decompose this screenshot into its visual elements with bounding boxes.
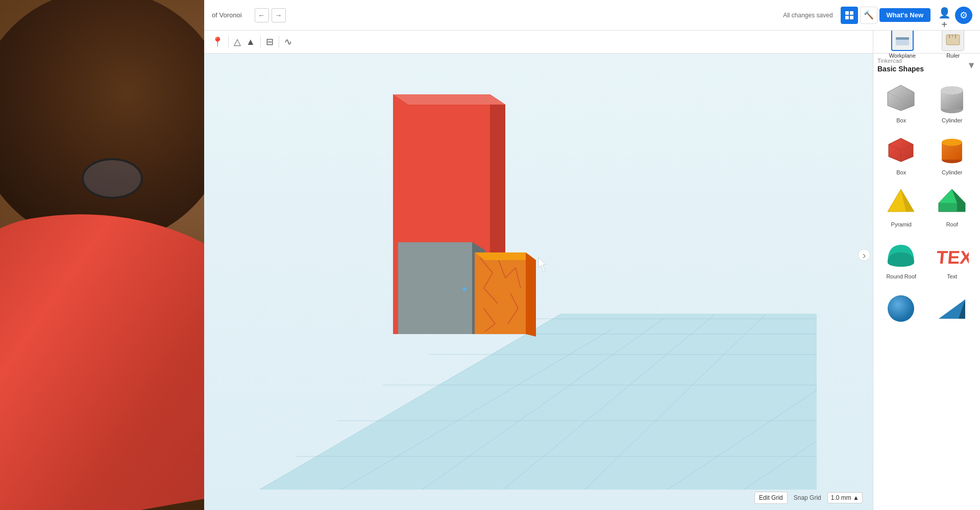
- shape-roof-green[interactable]: Roof: [928, 181, 976, 230]
- add-user-icon: 👤+: [938, 7, 951, 30]
- svg-line-60: [498, 258, 505, 278]
- pyramid-yellow-icon: [884, 184, 919, 219]
- cursor: [538, 258, 546, 272]
- shapes-section: Tinkercad Basic Shapes ▼: [873, 54, 980, 510]
- wood-block-top: [475, 252, 536, 260]
- svg-line-64: [485, 324, 495, 332]
- svg-line-59: [484, 288, 498, 303]
- edit-grid-button[interactable]: Edit Grid: [754, 492, 788, 504]
- shape-cylinder-gray[interactable]: Cylinder: [928, 77, 976, 126]
- box-red-icon: [884, 132, 919, 167]
- right-panel: Import Export Share Workplane: [873, 0, 980, 510]
- settings-icon: ⚙: [960, 10, 968, 21]
- tinkercad-area: of Voronoi ← → All changes saved 🔨 Wh: [204, 0, 980, 510]
- svg-line-43: [255, 314, 561, 490]
- svg-point-21: [941, 86, 963, 94]
- grid-view-button[interactable]: [841, 7, 858, 24]
- shape-wedge-blue[interactable]: [928, 285, 976, 328]
- cylinder-gray-svg: [936, 81, 969, 114]
- roof-green-label: Roof: [946, 221, 958, 227]
- blue-door-side: [472, 242, 485, 334]
- box-red-label: Box: [896, 169, 906, 175]
- sphere-blue-svg: [885, 289, 918, 322]
- shapes-header: Tinkercad Basic Shapes ▼: [877, 58, 976, 73]
- ruler-svg: [945, 32, 961, 47]
- box-gray-svg: [885, 81, 918, 114]
- svg-marker-42: [255, 314, 817, 490]
- shapes-grid: Box: [877, 77, 976, 328]
- cylinder-orange-label: Cylinder: [942, 169, 962, 175]
- shapes-title-group: Tinkercad Basic Shapes: [877, 58, 924, 73]
- wood-block-side: [526, 252, 536, 337]
- 3d-viewport[interactable]: Edit Grid Snap Grid 1.0 mm ▲: [204, 54, 873, 510]
- wave-icon[interactable]: ∿: [284, 36, 292, 47]
- person-glasses: [82, 158, 143, 199]
- round-roof-svg: [885, 237, 918, 270]
- svg-line-44: [337, 329, 612, 490]
- wedge-blue-icon: [934, 288, 970, 323]
- roof-green-svg: [936, 185, 969, 218]
- shape-cylinder-orange[interactable]: Cylinder: [928, 129, 976, 178]
- triangle-icon[interactable]: △: [234, 36, 241, 47]
- text-red-label: Text: [947, 273, 957, 279]
- snap-grid-label: Snap Grid: [794, 494, 821, 501]
- svg-line-61: [505, 268, 516, 278]
- workplane-svg: [895, 32, 910, 47]
- wood-block: [475, 252, 526, 334]
- box-gray-icon: [884, 80, 919, 115]
- secondary-toolbar: 📍 △ ▲ ⊟ ∿: [204, 31, 873, 54]
- shape-sphere-blue[interactable]: [877, 285, 925, 328]
- grid-icon: [845, 11, 854, 20]
- box-gray-label: Box: [896, 117, 906, 123]
- redo-button[interactable]: →: [272, 8, 286, 22]
- blue-door: [398, 242, 472, 334]
- hammer-button[interactable]: 🔨: [860, 7, 877, 24]
- door-knob: [462, 287, 467, 291]
- cylinder-orange-svg: [936, 133, 969, 166]
- separator-1: [228, 36, 229, 48]
- svg-line-63: [484, 309, 495, 324]
- svg-line-58: [484, 273, 493, 288]
- shape-pyramid-yellow[interactable]: Pyramid: [877, 181, 925, 230]
- nav-buttons: ← →: [255, 8, 286, 22]
- svg-line-49: [740, 441, 817, 490]
- align-icon[interactable]: ⊟: [266, 36, 274, 47]
- shapes-category: Tinkercad: [877, 58, 924, 64]
- svg-line-46: [500, 315, 715, 490]
- svg-rect-1: [850, 11, 853, 15]
- shape-round-roof-teal[interactable]: Round Roof: [877, 233, 925, 282]
- svg-line-57: [480, 258, 493, 273]
- wedge-blue-svg: [936, 289, 969, 322]
- whats-new-button[interactable]: What's New: [879, 8, 930, 22]
- svg-rect-0: [845, 11, 849, 15]
- settings-button[interactable]: ⚙: [955, 7, 972, 24]
- main-toolbar: of Voronoi ← → All changes saved 🔨 Wh: [204, 0, 980, 31]
- svg-point-31: [942, 139, 962, 146]
- text-red-svg: TEXT: [936, 237, 969, 270]
- snap-value[interactable]: 1.0 mm ▲: [827, 492, 863, 503]
- save-status: All changes saved: [783, 12, 832, 19]
- shapes-scene: [204, 54, 873, 510]
- text-red-icon: TEXT: [934, 236, 970, 271]
- hammer-icon: 🔨: [864, 10, 874, 20]
- svg-point-39: [888, 295, 914, 322]
- svg-line-48: [664, 390, 817, 490]
- panel-scroll-arrow[interactable]: ›: [858, 249, 870, 261]
- svg-rect-3: [850, 16, 853, 19]
- location-icon[interactable]: 📍: [212, 36, 223, 47]
- roof-green-icon: [934, 184, 970, 219]
- cylinder-gray-label: Cylinder: [942, 117, 962, 123]
- shape-box-red[interactable]: Box: [877, 129, 925, 178]
- shape-box-gray[interactable]: Box: [877, 77, 925, 126]
- bottom-controls: Edit Grid Snap Grid 1.0 mm ▲: [754, 492, 863, 504]
- main-container: of Voronoi ← → All changes saved 🔨 Wh: [0, 0, 980, 510]
- svg-line-66: [508, 309, 518, 324]
- shape-text-red[interactable]: TEXT Text: [928, 233, 976, 282]
- undo-button[interactable]: ←: [255, 8, 269, 22]
- separator-3: [279, 36, 279, 48]
- expand-icon[interactable]: ▼: [967, 60, 976, 71]
- workplane-icon: [891, 29, 914, 51]
- add-user-button[interactable]: 👤+: [936, 7, 953, 24]
- triangle-outline-icon[interactable]: ▲: [246, 37, 255, 47]
- cylinder-orange-icon: [934, 132, 970, 167]
